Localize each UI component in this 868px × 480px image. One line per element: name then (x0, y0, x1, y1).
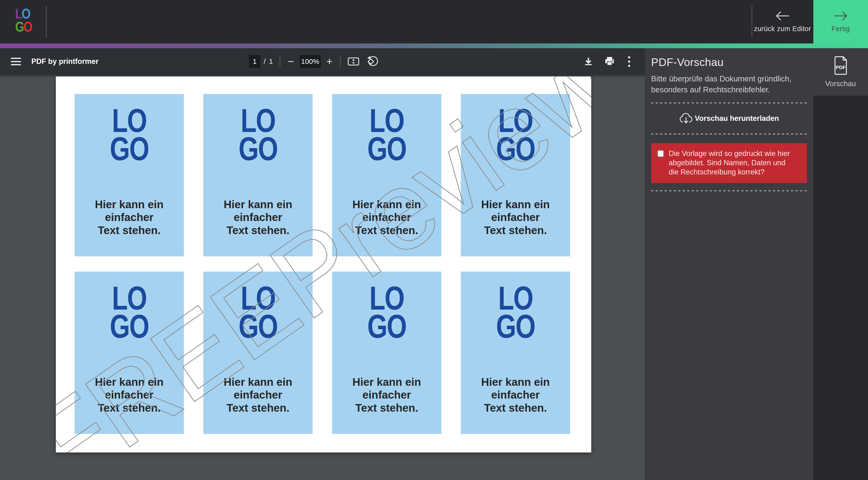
rotate-icon[interactable] (367, 56, 378, 67)
toolbar-separator (280, 56, 280, 67)
fit-page-icon[interactable] (347, 56, 360, 67)
back-to-editor-button[interactable]: zurück zum Editor (752, 0, 813, 43)
finish-label: Fertig (831, 25, 850, 33)
tab-vorschau-label: Vorschau (825, 79, 856, 88)
dotted-separator (651, 133, 807, 135)
pdf-viewer-title: PDF by printformer (31, 48, 98, 75)
brand-logo-letter: O (24, 19, 32, 35)
print-icon[interactable] (604, 57, 615, 66)
back-arrow-icon (775, 11, 790, 21)
pdf-viewer-area: LOGO Hier kann eineinfacherText stehen. … (0, 75, 645, 480)
dotted-separator (651, 102, 807, 103)
confirmation-checkbox[interactable] (657, 150, 664, 157)
download-icon[interactable] (583, 57, 593, 66)
download-preview-link[interactable]: Vorschau herunterladen (651, 113, 807, 124)
back-to-editor-label: zurück zum Editor (754, 25, 811, 33)
toolbar-separator (340, 56, 341, 67)
finish-button[interactable]: Fertig (813, 0, 868, 43)
pdf-toolbar: PDF by printformer 1 / 1 − 100% + (0, 48, 645, 75)
cloud-download-icon (679, 113, 693, 124)
card-logo: LOGO (215, 106, 301, 163)
card-text: Hier kann eineinfacherText stehen. (74, 198, 184, 237)
page-total: 1 (269, 58, 273, 66)
zoom-level: 100% (300, 55, 321, 68)
pdf-preview-panel: PDF-Vorschau Bitte überprüfe das Dokumen… (645, 48, 813, 480)
dotted-separator (651, 190, 807, 191)
panel-subtitle: Bitte überprüfe das Dokument gründlich, … (651, 73, 806, 95)
toolbar-actions (583, 48, 632, 75)
tab-vorschau[interactable]: PDF Vorschau (813, 48, 868, 96)
print-confirmation-warning: Die Vorlage wird so gedruckt wie hier ab… (651, 143, 807, 183)
download-preview-label: Vorschau herunterladen (695, 114, 779, 123)
brand-logo: LOGO (15, 7, 32, 33)
gradient-bar (0, 43, 868, 48)
brand-logo-letter: G (15, 19, 24, 35)
hamburger-menu-icon[interactable] (11, 57, 21, 66)
card-text: Hier kann eineinfacherText stehen. (332, 376, 441, 414)
overflow-menu-icon[interactable] (626, 56, 632, 67)
forward-arrow-icon (833, 11, 848, 21)
print-card: LOGO Hier kann eineinfacherText stehen. (74, 94, 184, 256)
page-number-input[interactable]: 1 (249, 55, 260, 68)
page-zoom-controls: 1 / 1 − 100% + (249, 48, 378, 75)
panel-title: PDF-Vorschau (651, 56, 807, 69)
right-tab-strip: PDF Vorschau (813, 48, 868, 480)
svg-text:PDF: PDF (836, 65, 846, 70)
card-logo: LOGO (473, 284, 558, 341)
zoom-in-button[interactable]: + (326, 56, 334, 67)
warning-text: Die Vorlage wird so gedruckt wie hier ab… (669, 149, 792, 177)
print-card: LOGO Hier kann eineinfacherText stehen. (461, 271, 570, 434)
pdf-file-icon: PDF (833, 56, 848, 75)
page-divider: / (264, 58, 266, 66)
card-text: Hier kann eineinfacherText stehen. (461, 376, 570, 414)
top-bar: LOGO zurück zum Editor Fertig (0, 0, 868, 43)
zoom-out-button[interactable]: − (287, 56, 295, 67)
app-window: LOGO zurück zum Editor Fertig PDF by pri… (0, 0, 868, 480)
pdf-page: LOGO Hier kann eineinfacherText stehen. … (56, 76, 591, 452)
divider (46, 6, 46, 37)
card-logo: LOGO (87, 106, 172, 163)
